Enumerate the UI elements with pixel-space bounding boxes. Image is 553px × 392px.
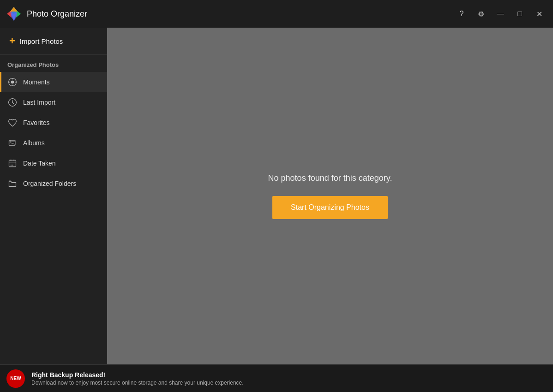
sidebar-item-favorites[interactable]: Favorites (0, 113, 107, 133)
import-photos-label: Import Photos (20, 37, 63, 45)
sidebar: + Import Photos Organized Photos Moments (0, 28, 107, 364)
sidebar-item-organized-folders[interactable]: Organized Folders (0, 173, 107, 194)
last-import-icon (7, 97, 18, 107)
close-button[interactable]: ✕ (531, 6, 547, 22)
favorites-label: Favorites (23, 119, 50, 126)
content-area: No photos found for this category. Start… (107, 28, 553, 364)
sidebar-item-moments[interactable]: Moments (0, 72, 107, 92)
albums-icon (7, 138, 18, 148)
organized-photos-label: Organized Photos (0, 55, 107, 72)
svg-point-9 (10, 141, 11, 142)
sidebar-item-albums[interactable]: Albums (0, 133, 107, 153)
banner-description: Download now to enjoy most secure online… (31, 380, 244, 386)
start-organizing-button[interactable]: Start Organizing Photos (272, 196, 388, 219)
organized-folders-icon (7, 178, 18, 189)
banner-text: Right Backup Released! Download now to e… (31, 371, 244, 386)
date-taken-icon (7, 158, 18, 168)
import-plus-icon: + (9, 36, 15, 46)
svg-point-2 (11, 81, 14, 84)
settings-button[interactable]: ⚙ (473, 6, 489, 22)
title-bar: Photo Organizer ? ⚙ — □ ✕ (0, 0, 553, 28)
maximize-button[interactable]: □ (511, 6, 528, 22)
banner-title: Right Backup Released! (31, 371, 244, 379)
app-logo-icon (6, 6, 22, 22)
minimize-button[interactable]: — (492, 6, 509, 22)
favorites-icon (7, 118, 18, 128)
moments-icon (7, 77, 18, 87)
bottom-banner: NEW Right Backup Released! Download now … (0, 364, 553, 392)
app-title: Photo Organizer (27, 9, 87, 19)
last-import-label: Last Import (23, 99, 55, 106)
moments-label: Moments (23, 78, 50, 86)
title-controls: ? ⚙ — □ ✕ (453, 6, 547, 22)
new-badge: NEW (6, 369, 25, 388)
no-photos-message: No photos found for this category. (268, 173, 392, 183)
import-photos-button[interactable]: + Import Photos (0, 28, 107, 55)
title-left: Photo Organizer (6, 6, 87, 22)
date-taken-label: Date Taken (23, 160, 56, 167)
albums-label: Albums (23, 139, 45, 147)
svg-rect-10 (9, 160, 16, 166)
organized-folders-label: Organized Folders (23, 180, 76, 187)
sidebar-item-date-taken[interactable]: Date Taken (0, 153, 107, 173)
main-layout: + Import Photos Organized Photos Moments (0, 28, 553, 364)
help-button[interactable]: ? (453, 6, 470, 22)
sidebar-item-last-import[interactable]: Last Import (0, 92, 107, 113)
